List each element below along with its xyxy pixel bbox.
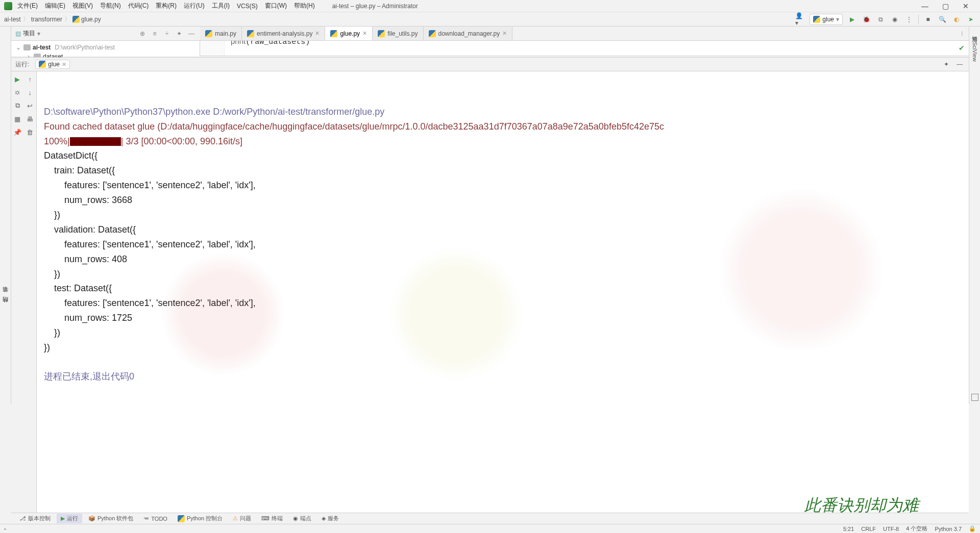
progress-bar xyxy=(70,137,121,146)
minimize-button[interactable]: — xyxy=(915,0,935,12)
db-icon[interactable] xyxy=(971,394,978,401)
layout-icon[interactable]: ⧉ xyxy=(13,101,22,110)
run-tab[interactable]: glue ✕ xyxy=(35,60,70,69)
settings-icon[interactable]: ✦ xyxy=(941,59,951,69)
bottom-terminal[interactable]: ⌨终端 xyxy=(257,514,287,523)
bottom-todo[interactable]: ≔TODO xyxy=(139,514,172,523)
close-button[interactable]: ✕ xyxy=(955,0,976,12)
pin-icon[interactable]: 📌 xyxy=(13,128,22,137)
print-icon[interactable]: 🖶 xyxy=(26,114,35,123)
profile-icon[interactable]: ◉ xyxy=(890,14,900,24)
crumb-file[interactable]: glue.py xyxy=(81,16,101,23)
console-output[interactable]: D:\software\Python\Python37\python.exe D… xyxy=(37,71,969,513)
file-encoding[interactable]: UTF-8 xyxy=(883,526,899,532)
user-icon[interactable]: 👤▾ xyxy=(795,14,805,24)
close-icon[interactable]: ✕ xyxy=(62,61,66,68)
chevron-right-icon: 〉 xyxy=(64,15,70,23)
project-tree[interactable]: ⌄ ai-test D:\work\Python\ai-test › datas… xyxy=(11,41,200,56)
menu-help[interactable]: 帮助(H) xyxy=(294,2,315,10)
down-icon[interactable]: ↓ xyxy=(26,88,35,97)
menu-window[interactable]: 窗口(W) xyxy=(265,2,287,10)
caret-position[interactable]: 5:21 xyxy=(843,526,854,532)
warn-icon: ⚠ xyxy=(233,515,238,522)
stop-button[interactable]: ⛭ xyxy=(13,88,22,97)
expand-icon[interactable]: ≡ xyxy=(150,29,159,38)
hide-icon[interactable]: — xyxy=(187,29,196,38)
lock-icon[interactable]: 🔒 xyxy=(969,525,976,532)
line-separator[interactable]: CRLF xyxy=(861,526,876,532)
menu-run[interactable]: 运行(U) xyxy=(184,2,205,10)
titlebar: 文件(E) 编辑(E) 视图(V) 导航(N) 代码(C) 重构(R) 运行(U… xyxy=(0,0,980,12)
sync-icon[interactable]: ◐ xyxy=(951,14,962,24)
interpreter-info[interactable]: Python 3.7 xyxy=(935,526,962,532)
folder-icon xyxy=(23,44,31,50)
tree-root[interactable]: ⌄ ai-test D:\work\Python\ai-test xyxy=(11,43,200,52)
run-config-selector[interactable]: glue ▾ xyxy=(810,14,843,25)
hide-icon[interactable]: — xyxy=(954,59,965,69)
crumb-folder[interactable]: transformer xyxy=(31,16,62,23)
settings-icon[interactable]: ✦ xyxy=(175,29,184,38)
project-panel-title[interactable]: 项目 xyxy=(23,29,35,38)
bottom-run[interactable]: ▶运行 xyxy=(57,514,82,523)
menu-refactor[interactable]: 重构(R) xyxy=(156,2,177,10)
expander-icon[interactable]: ⌄ xyxy=(15,44,21,51)
arrow-right-icon[interactable]: ➤ xyxy=(966,14,976,24)
coverage-icon[interactable]: ⧉ xyxy=(875,14,886,24)
toolwindow-icon[interactable]: ▫ xyxy=(4,526,14,532)
debug-button[interactable]: 🐞 xyxy=(861,14,871,24)
tab-list-icon[interactable]: ⁝ xyxy=(955,27,969,40)
close-icon[interactable]: ✕ xyxy=(362,30,367,37)
run-button[interactable]: ▶ xyxy=(847,14,857,24)
bottom-pyconsole[interactable]: Python 控制台 xyxy=(174,514,227,523)
more-icon[interactable]: ⋮ xyxy=(904,14,914,24)
tab-label: main.py xyxy=(215,30,236,37)
indent-info[interactable]: 4 个空格 xyxy=(906,525,927,532)
bottom-packages[interactable]: 📦Python 软件包 xyxy=(84,514,137,523)
collapse-icon[interactable]: ÷ xyxy=(162,29,172,38)
breadcrumb[interactable]: ai-test 〉 transformer 〉 glue.py xyxy=(4,15,101,23)
up-icon[interactable]: ↑ xyxy=(26,74,35,84)
tab-entiment[interactable]: entiment-analysis.py✕ xyxy=(242,27,325,40)
sciview-tab[interactable]: SciView xyxy=(970,37,979,67)
stop-button[interactable]: ■ xyxy=(923,14,933,24)
crumb-root[interactable]: ai-test xyxy=(4,16,21,23)
bottom-vcs[interactable]: ⎇版本控制 xyxy=(15,514,55,523)
tab-fileutils[interactable]: file_utils.py xyxy=(373,27,423,40)
editor-code-peek: print(raw_datasets) xyxy=(231,41,310,46)
pin-icon[interactable]: ▦ xyxy=(13,114,22,123)
bottom-endpoints[interactable]: ◉端点 xyxy=(289,514,315,523)
console-line: features: ['sentence1', 'sentence2', 'la… xyxy=(44,239,256,249)
console-line: test: Dataset({ xyxy=(44,283,112,293)
menu-vcs[interactable]: VCS(S) xyxy=(237,3,258,10)
menu-edit[interactable]: 编辑(E) xyxy=(45,2,65,10)
bottom-problems[interactable]: ⚠问题 xyxy=(229,514,255,523)
notifications-tab[interactable]: 通知 xyxy=(969,27,980,37)
app-icon xyxy=(4,2,12,10)
tab-download[interactable]: download_manager.py✕ xyxy=(424,27,513,40)
chevron-right-icon: 〉 xyxy=(23,15,29,23)
python-file-icon xyxy=(39,61,46,68)
wrap-icon[interactable]: ↩ xyxy=(26,101,35,110)
menu-file[interactable]: 文件(E) xyxy=(17,2,38,10)
chevron-down-icon[interactable]: ▾ xyxy=(37,30,40,37)
search-icon[interactable]: 🔍 xyxy=(937,14,947,24)
menu-tools[interactable]: 工具(I) xyxy=(212,2,230,10)
rerun-button[interactable]: ▶ xyxy=(13,74,22,84)
menu-code[interactable]: 代码(C) xyxy=(128,2,149,10)
tab-main[interactable]: main.py xyxy=(200,27,242,40)
python-file-icon xyxy=(247,30,254,37)
menu-navigate[interactable]: 导航(N) xyxy=(100,2,121,10)
close-icon[interactable]: ✕ xyxy=(315,30,320,37)
bottom-services[interactable]: ◈服务 xyxy=(317,514,343,523)
menu-view[interactable]: 视图(V) xyxy=(72,2,93,10)
editor-area[interactable]: print(raw_datasets) ✔ xyxy=(200,41,969,56)
bookmarks-tab[interactable]: 书签 xyxy=(0,292,11,302)
maximize-button[interactable]: ▢ xyxy=(935,0,955,12)
structure-tab[interactable]: 结构 xyxy=(0,302,11,312)
trash-icon[interactable]: 🗑 xyxy=(26,128,35,137)
locate-icon[interactable]: ⊕ xyxy=(138,29,147,38)
close-icon[interactable]: ✕ xyxy=(502,30,507,37)
python-file-icon xyxy=(205,30,212,37)
tab-glue[interactable]: glue.py✕ xyxy=(325,27,373,40)
inspection-ok-icon[interactable]: ✔ xyxy=(959,44,965,52)
